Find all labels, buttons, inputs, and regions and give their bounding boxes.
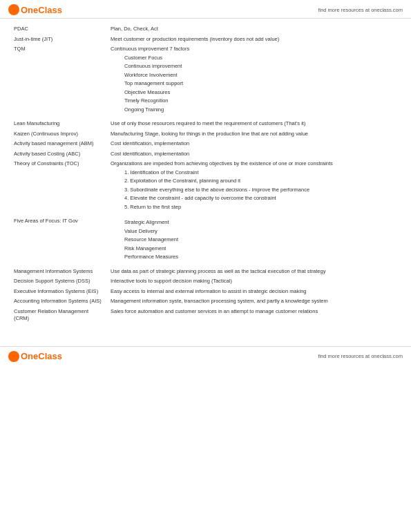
- def-eis: Easy access to internal and external inf…: [111, 288, 397, 296]
- row-toc: Theory of Constraints (TOC) Organization…: [14, 160, 397, 212]
- five-areas-item-4: Risk Management: [111, 245, 397, 253]
- term-toc: Theory of Constraints (TOC): [14, 160, 111, 212]
- logo-icon: [8, 4, 19, 15]
- footer-logo-text: OneClass: [21, 351, 62, 361]
- def-five-areas: Strategic Alignment Value Delivery Resou…: [111, 218, 397, 263]
- term-abm: Activity based management (ABM): [14, 140, 111, 148]
- term-lean: Lean Manufacturing: [14, 120, 111, 128]
- def-dss: Interactive tools to support decision ma…: [111, 278, 397, 285]
- term-ais: Accounting Information Systems (AIS): [14, 298, 111, 305]
- toc-sublist: 1. Identification of the Constraint 2. E…: [111, 169, 397, 211]
- tqm-sublist: Customer Focus Continuous improvement Wo…: [111, 55, 397, 114]
- row-ais: Accounting Information Systems (AIS) Man…: [14, 298, 397, 305]
- header-tagline: find more resources at oneclass.com: [318, 7, 403, 13]
- tqm-item-6: Timely Recognition: [111, 97, 397, 105]
- toc-item-2: 2. Exploitation of the Constraint, plann…: [111, 178, 397, 185]
- term-dss: Decision Support Systems (DSS): [14, 278, 111, 285]
- def-jit: Meet customer or production requirements…: [111, 36, 397, 44]
- term-five-areas: Five Areas of Focus: IT Gov: [14, 218, 111, 263]
- def-kaizen: Manufacturing Stage, looking for things …: [111, 131, 397, 138]
- logo: OneClass: [8, 4, 62, 15]
- tqm-item-2: Continuous improvement: [111, 63, 397, 70]
- main-content: PDAC Plan, Do, Check, Act Just-in-time (…: [0, 19, 411, 339]
- row-lean: Lean Manufacturing Use of only those res…: [14, 120, 397, 128]
- term-jit: Just-in-time (JIT): [14, 36, 111, 44]
- def-mis: Use data as part of strategic planning p…: [111, 268, 397, 276]
- row-crm: Customer Relation Management (CRM) Sales…: [14, 308, 397, 323]
- toc-item-3: 3. Subordinate everything else to the ab…: [111, 187, 397, 194]
- row-abm: Activity based management (ABM) Cost ide…: [14, 140, 397, 148]
- five-areas-sublist: Strategic Alignment Value Delivery Resou…: [111, 219, 397, 261]
- term-mis: Management Information Systems: [14, 268, 111, 276]
- def-crm: Sales force automation and customer serv…: [111, 308, 397, 323]
- row-abc: Activity based Costing (ABC) Cost identi…: [14, 151, 397, 158]
- row-five-areas: Five Areas of Focus: IT Gov Strategic Al…: [14, 218, 397, 263]
- def-lean: Use of only those resources required to …: [111, 120, 397, 128]
- row-pdac: PDAC Plan, Do, Check, Act: [14, 26, 397, 33]
- footer-logo-icon: [8, 351, 19, 362]
- row-mis: Management Information Systems Use data …: [14, 268, 397, 276]
- term-tqm: TQM: [14, 46, 111, 115]
- term-eis: Executive Information Systems (EIS): [14, 288, 111, 296]
- term-kaizen: Kaizen (Continuous Improv): [14, 131, 111, 138]
- def-abm: Cost identification, implementation: [111, 140, 397, 148]
- tqm-item-3: Workforce Involvement: [111, 72, 397, 79]
- page-footer: OneClass find more resources at oneclass…: [0, 346, 411, 366]
- logo-text: OneClass: [21, 5, 62, 15]
- row-jit: Just-in-time (JIT) Meet customer or prod…: [14, 36, 397, 44]
- tqm-item-5: Objective Measures: [111, 89, 397, 97]
- five-areas-item-2: Value Delivery: [111, 228, 397, 236]
- row-kaizen: Kaizen (Continuous Improv) Manufacturing…: [14, 131, 397, 138]
- row-tqm: TQM Continuous improvement 7 factors Cus…: [14, 46, 397, 115]
- row-dss: Decision Support Systems (DSS) Interacti…: [14, 278, 397, 285]
- tqm-item-4: Top management support: [111, 80, 397, 88]
- row-eis: Executive Information Systems (EIS) Easy…: [14, 288, 397, 296]
- term-crm: Customer Relation Management (CRM): [14, 308, 111, 323]
- def-abc: Cost identification, implementation: [111, 151, 397, 158]
- tqm-item-1: Customer Focus: [111, 55, 397, 62]
- footer-logo: OneClass: [8, 351, 62, 362]
- page-header: OneClass find more resources at oneclass…: [0, 0, 411, 19]
- five-areas-item-3: Resource Management: [111, 236, 397, 244]
- def-ais: Management information syste, transactio…: [111, 298, 397, 305]
- toc-item-4: 4. Elevate the constraint - add capacity…: [111, 195, 397, 202]
- term-abc: Activity based Costing (ABC): [14, 151, 111, 158]
- five-areas-item-5: Performance Measures: [111, 254, 397, 261]
- def-tqm: Continuous improvement 7 factors Custome…: [111, 46, 397, 115]
- footer-tagline: find more resources at oneclass.com: [318, 353, 403, 359]
- toc-item-1: 1. Identification of the Constraint: [111, 169, 397, 177]
- tqm-item-7: Ongoing Training: [111, 106, 397, 114]
- toc-item-5: 5. Return to the first step: [111, 204, 397, 211]
- def-toc: Organizations are impeded from achieving…: [111, 160, 397, 212]
- def-pdac: Plan, Do, Check, Act: [111, 26, 397, 33]
- five-areas-item-1: Strategic Alignment: [111, 219, 397, 227]
- term-pdac: PDAC: [14, 26, 111, 33]
